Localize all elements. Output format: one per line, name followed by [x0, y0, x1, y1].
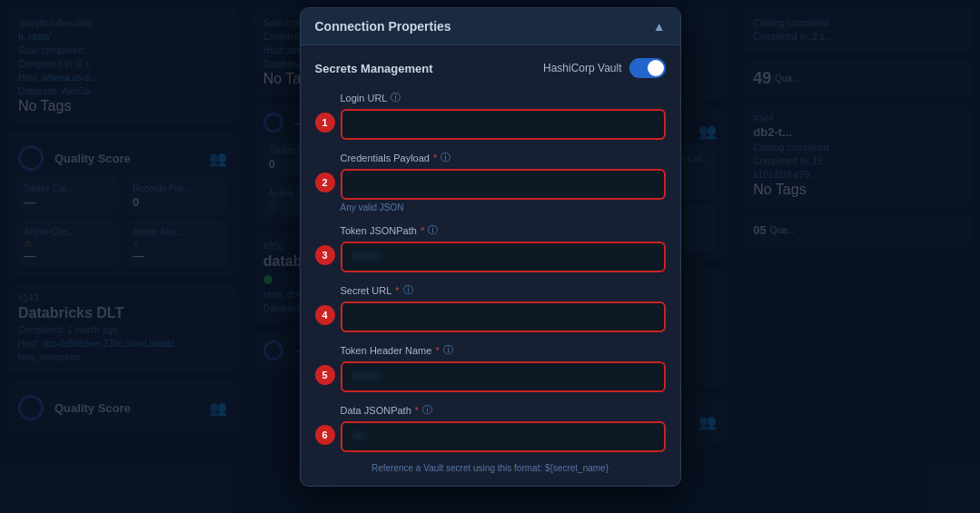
credentials-payload-label: Credentials Payload * ⓘ: [341, 151, 666, 164]
step-5-badge: 5: [315, 365, 335, 385]
token-header-info-icon: ⓘ: [443, 343, 453, 357]
data-jsonpath-required-mark: *: [415, 405, 419, 416]
step-6-badge: 6: [315, 425, 335, 445]
credentials-hint: Any valid JSON: [341, 202, 666, 212]
secret-url-required-mark: *: [395, 285, 399, 296]
token-jsonpath-info-icon: ⓘ: [428, 223, 438, 237]
hashicorp-label: HashiCorp Vault: [543, 62, 621, 74]
login-url-field-group: 1 Login URL ⓘ: [341, 91, 666, 140]
secrets-management-label: Secrets Management: [315, 62, 433, 75]
footer-hint: Reference a Vault secret using this form…: [315, 463, 666, 473]
modal-body: Secrets Management HashiCorp Vault 1 Log…: [301, 45, 680, 486]
step-4-badge: 4: [315, 305, 335, 325]
connection-properties-modal: Connection Properties ▲ Secrets Manageme…: [300, 7, 681, 487]
modal-title: Connection Properties: [315, 19, 451, 34]
token-header-name-input[interactable]: [341, 361, 666, 392]
token-header-name-label: Token Header Name * ⓘ: [341, 343, 666, 357]
credentials-required-mark: *: [433, 153, 437, 163]
data-jsonpath-input[interactable]: [341, 421, 666, 452]
hashicorp-toggle[interactable]: [629, 58, 666, 78]
chevron-up-icon[interactable]: ▲: [653, 19, 666, 34]
fields-container: 1 Login URL ⓘ 2 Credentials Payload * ⓘ: [341, 91, 666, 452]
credentials-info-icon: ⓘ: [441, 151, 450, 164]
modal-header: Connection Properties ▲: [301, 8, 680, 45]
step-1-badge: 1: [315, 113, 335, 133]
credentials-payload-input[interactable]: [341, 169, 666, 200]
login-url-info-icon: ⓘ: [391, 91, 401, 104]
modal-overlay: Connection Properties ▲ Secrets Manageme…: [0, 0, 980, 513]
credentials-payload-field-group: 2 Credentials Payload * ⓘ Any valid JSON: [341, 151, 666, 212]
token-jsonpath-field-group: 3 Token JSONPath * ⓘ: [341, 223, 666, 272]
data-jsonpath-info-icon: ⓘ: [422, 403, 432, 417]
secrets-management-row: Secrets Management HashiCorp Vault: [315, 58, 666, 78]
token-jsonpath-required-mark: *: [421, 225, 424, 236]
token-jsonpath-label: Token JSONPath * ⓘ: [341, 223, 666, 237]
data-jsonpath-label: Data JSONPath * ⓘ: [341, 403, 666, 417]
step-3-badge: 3: [315, 245, 335, 265]
login-url-input[interactable]: [341, 109, 666, 140]
token-jsonpath-input[interactable]: [341, 242, 666, 272]
token-header-required-mark: *: [435, 345, 439, 356]
login-url-label: Login URL ⓘ: [341, 91, 666, 104]
data-jsonpath-field-group: 6 Data JSONPath * ⓘ: [341, 403, 666, 452]
token-header-name-field-group: 5 Token Header Name * ⓘ: [341, 343, 666, 392]
secret-url-info-icon: ⓘ: [403, 283, 413, 297]
step-2-badge: 2: [315, 173, 335, 192]
secret-url-label: Secret URL * ⓘ: [341, 283, 666, 297]
secret-url-field-group: 4 Secret URL * ⓘ: [341, 283, 666, 332]
secret-url-input[interactable]: [341, 301, 666, 332]
